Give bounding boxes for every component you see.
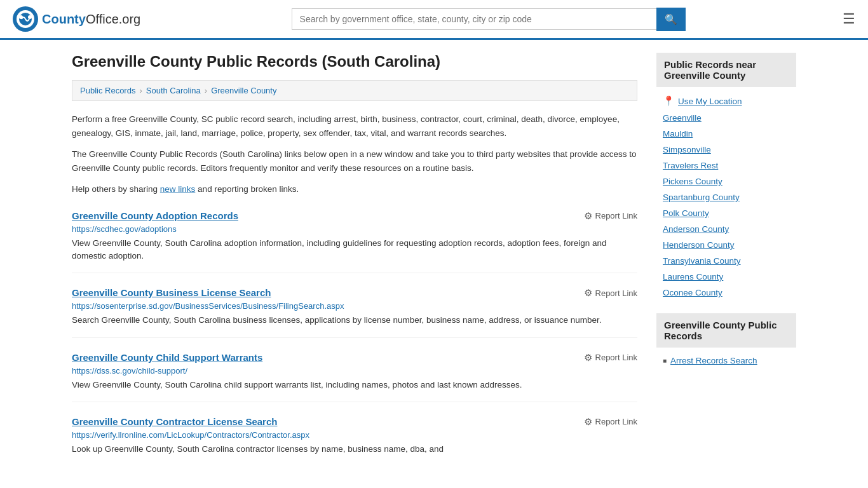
header-right: ☰ (836, 11, 855, 27)
sidebar-link-polk-county[interactable]: Polk County (663, 208, 709, 218)
record-entry-business: Greenville County Business License Searc… (72, 287, 637, 337)
intro-text-1: Perform a free Greenville County, SC pub… (72, 112, 637, 140)
record-url-adoption: https://scdhec.gov/adoptions (72, 224, 637, 234)
bullet-icon: ■ (663, 357, 667, 364)
sidebar-item-pickens-county[interactable]: Pickens County (656, 173, 796, 189)
intro-text-3: Help others by sharing new links and rep… (72, 182, 637, 196)
intro-text-2: The Greenville County Public Records (So… (72, 147, 637, 175)
report-icon-business: ⚙ (584, 287, 592, 299)
breadcrumb-link-public-records[interactable]: Public Records (80, 86, 135, 95)
sidebar-item-simpsonville[interactable]: Simpsonville (656, 142, 796, 158)
content-area: Greenville County Public Records (South … (72, 53, 637, 466)
site-header: CountyOffice.org 🔍 ☰ (0, 0, 868, 40)
sidebar-records-header: Greenville County Public Records (656, 313, 796, 348)
intro-text-3-prefix: Help others by sharing (72, 184, 160, 194)
record-title-child-support[interactable]: Greenville County Child Support Warrants (72, 352, 262, 363)
sidebar-item-mauldin[interactable]: Mauldin (656, 126, 796, 142)
record-url-business: https://sosenterprise.sd.gov/BusinessSer… (72, 301, 637, 311)
logo-icon (13, 6, 38, 32)
menu-icon: ☰ (843, 11, 855, 27)
search-icon: 🔍 (665, 14, 677, 25)
report-link-contractor[interactable]: ⚙ Report Link (584, 416, 637, 428)
use-location-item[interactable]: 📍 Use My Location (656, 92, 796, 110)
sidebar-link-arrest-records[interactable]: Arrest Records Search (670, 356, 757, 365)
logo-text: CountyOffice.org (42, 12, 140, 27)
sidebar-link-mauldin[interactable]: Mauldin (663, 129, 693, 139)
sidebar-link-transylvania-county[interactable]: Transylvania County (663, 256, 741, 266)
records-list: Greenville County Adoption Records ⚙ Rep… (72, 210, 637, 466)
menu-button[interactable]: ☰ (843, 11, 855, 27)
use-location-link[interactable]: Use My Location (678, 97, 742, 106)
sidebar-link-simpsonville[interactable]: Simpsonville (663, 145, 711, 154)
sidebar-item-henderson-county[interactable]: Henderson County (656, 237, 796, 253)
sidebar-link-spartanburg-county[interactable]: Spartanburg County (663, 193, 740, 202)
sidebar-records-section: Greenville County Public Records ■ Arres… (656, 313, 796, 369)
pin-icon: 📍 (663, 95, 675, 107)
search-input[interactable] (292, 8, 656, 30)
report-link-adoption[interactable]: ⚙ Report Link (584, 210, 637, 222)
report-link-label-contractor: Report Link (595, 417, 637, 426)
sidebar-item-travelers-rest[interactable]: Travelers Rest (656, 158, 796, 173)
record-title-row-adoption: Greenville County Adoption Records ⚙ Rep… (72, 210, 637, 222)
sidebar-link-greenville[interactable]: Greenville (663, 113, 702, 123)
page-title: Greenville County Public Records (South … (72, 53, 637, 71)
sidebar-link-anderson-county[interactable]: Anderson County (663, 224, 729, 234)
record-desc-business: Search Greenville County, South Carolina… (72, 314, 637, 327)
logo-area: CountyOffice.org (13, 6, 140, 32)
sidebar-item-greenville[interactable]: Greenville (656, 110, 796, 126)
sidebar-link-henderson-county[interactable]: Henderson County (663, 240, 735, 250)
breadcrumb-link-greenville-county[interactable]: Greenville County (211, 86, 276, 95)
report-icon-contractor: ⚙ (584, 416, 592, 428)
sidebar-link-pickens-county[interactable]: Pickens County (663, 177, 722, 186)
new-links-link[interactable]: new links (160, 184, 196, 194)
sidebar-link-laurens-county[interactable]: Laurens County (663, 272, 723, 281)
sidebar-item-spartanburg-county[interactable]: Spartanburg County (656, 189, 796, 205)
breadcrumb-link-south-carolina[interactable]: South Carolina (146, 86, 201, 95)
sidebar-item-laurens-county[interactable]: Laurens County (656, 269, 796, 285)
intro-text-3-suffix: and reporting broken links. (195, 184, 299, 194)
sidebar-nearby-header: Public Records near Greenville County (656, 53, 796, 87)
report-link-business[interactable]: ⚙ Report Link (584, 287, 637, 299)
report-link-label-business: Report Link (595, 288, 637, 298)
record-title-contractor[interactable]: Greenville County Contractor License Sea… (72, 416, 277, 427)
record-entry-contractor: Greenville County Contractor License Sea… (72, 416, 637, 466)
report-link-child-support[interactable]: ⚙ Report Link (584, 352, 637, 363)
record-entry-adoption: Greenville County Adoption Records ⚙ Rep… (72, 210, 637, 274)
record-desc-contractor: Look up Greenville County, South Carolin… (72, 443, 637, 456)
sidebar-link-oconee-county[interactable]: Oconee County (663, 288, 722, 297)
breadcrumb-sep-2: › (205, 86, 207, 95)
breadcrumb: Public Records › South Carolina › Greenv… (72, 80, 637, 101)
record-title-row-contractor: Greenville County Contractor License Sea… (72, 416, 637, 428)
search-area: 🔍 (292, 8, 686, 31)
breadcrumb-sep-1: › (139, 86, 142, 95)
sidebar-item-oconee-county[interactable]: Oconee County (656, 285, 796, 301)
report-icon-adoption: ⚙ (584, 210, 592, 222)
sidebar-item-polk-county[interactable]: Polk County (656, 205, 796, 221)
report-link-label-adoption: Report Link (595, 211, 637, 220)
record-title-business[interactable]: Greenville County Business License Searc… (72, 287, 271, 298)
record-title-row-child-support: Greenville County Child Support Warrants… (72, 352, 637, 363)
sidebar-item-anderson-county[interactable]: Anderson County (656, 221, 796, 237)
sidebar: Public Records near Greenville County 📍 … (656, 53, 796, 466)
sidebar-nearby-section: Public Records near Greenville County 📍 … (656, 53, 796, 301)
svg-point-3 (19, 15, 23, 19)
main-container: Greenville County Public Records (South … (53, 40, 815, 478)
search-button[interactable]: 🔍 (656, 8, 686, 31)
sidebar-item-arrest-records[interactable]: ■ Arrest Records Search (656, 353, 796, 369)
record-entry-child-support: Greenville County Child Support Warrants… (72, 352, 637, 402)
record-title-row-business: Greenville County Business License Searc… (72, 287, 637, 299)
report-icon-child-support: ⚙ (584, 352, 592, 363)
record-url-contractor: https://verify.llronline.com/LicLookup/C… (72, 430, 637, 440)
record-url-child-support: https://dss.sc.gov/child-support/ (72, 366, 637, 376)
sidebar-link-travelers-rest[interactable]: Travelers Rest (663, 161, 718, 170)
svg-point-4 (28, 15, 32, 19)
record-desc-child-support: View Greenville County, South Carolina c… (72, 379, 637, 391)
sidebar-item-transylvania-county[interactable]: Transylvania County (656, 253, 796, 269)
record-title-adoption[interactable]: Greenville County Adoption Records (72, 210, 238, 221)
record-desc-adoption: View Greenville County, South Carolina a… (72, 237, 637, 263)
report-link-label-child-support: Report Link (595, 353, 637, 362)
